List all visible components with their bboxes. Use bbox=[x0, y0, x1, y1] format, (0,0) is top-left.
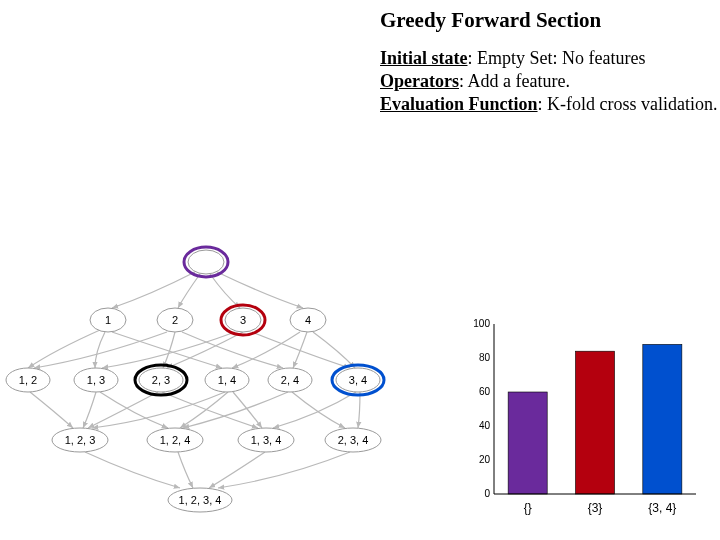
svg-text:2: 2 bbox=[172, 314, 178, 326]
lattice-node-4: 4 bbox=[290, 308, 326, 332]
svg-text:2, 3: 2, 3 bbox=[152, 374, 170, 386]
desc-eval-value: : K-fold cross validation. bbox=[538, 94, 718, 114]
lattice-node-12: 1, 2 bbox=[6, 368, 50, 392]
page-title: Greedy Forward Section bbox=[380, 8, 720, 33]
svg-text:100: 100 bbox=[473, 318, 490, 329]
lattice-node-3: 3 bbox=[221, 305, 265, 335]
desc-initial-label: Initial state bbox=[380, 48, 468, 68]
score-bar-chart: 020406080100{}{3}{3, 4} bbox=[462, 318, 702, 518]
svg-text:1, 3, 4: 1, 3, 4 bbox=[251, 434, 282, 446]
svg-text:{3}: {3} bbox=[588, 501, 603, 515]
svg-text:1, 3: 1, 3 bbox=[87, 374, 105, 386]
lattice-node-24: 2, 4 bbox=[268, 368, 312, 392]
svg-text:1, 4: 1, 4 bbox=[218, 374, 236, 386]
desc-operators-value: : Add a feature. bbox=[459, 71, 570, 91]
svg-text:4: 4 bbox=[305, 314, 311, 326]
desc-eval-label: Evaluation Function bbox=[380, 94, 538, 114]
lattice-node-34: 3, 4 bbox=[332, 365, 384, 395]
svg-text:0: 0 bbox=[484, 488, 490, 499]
svg-text:20: 20 bbox=[479, 454, 491, 465]
svg-text:60: 60 bbox=[479, 386, 491, 397]
lattice-node-1234: 1, 2, 3, 4 bbox=[168, 488, 232, 512]
svg-point-0 bbox=[188, 250, 224, 274]
lattice-node-root bbox=[184, 247, 228, 277]
svg-rect-41 bbox=[508, 392, 547, 494]
lattice-node-1: 1 bbox=[90, 308, 126, 332]
svg-text:1, 2: 1, 2 bbox=[19, 374, 37, 386]
svg-text:1, 2, 3: 1, 2, 3 bbox=[65, 434, 96, 446]
lattice-diagram: 1 2 3 4 1, 2 1, 3 2, 3 1, 4 2, 4 3, 4 1,… bbox=[0, 240, 420, 520]
lattice-node-13: 1, 3 bbox=[74, 368, 118, 392]
lattice-node-23: 2, 3 bbox=[135, 365, 187, 395]
svg-text:3: 3 bbox=[240, 314, 246, 326]
svg-text:{3, 4}: {3, 4} bbox=[648, 501, 676, 515]
svg-text:2, 4: 2, 4 bbox=[281, 374, 299, 386]
svg-text:1: 1 bbox=[105, 314, 111, 326]
desc-initial-value: : Empty Set: No features bbox=[468, 48, 646, 68]
svg-rect-43 bbox=[575, 351, 614, 494]
desc-operators-label: Operators bbox=[380, 71, 459, 91]
description-block: Initial state: Empty Set: No features Op… bbox=[380, 47, 720, 116]
svg-text:40: 40 bbox=[479, 420, 491, 431]
svg-text:3, 4: 3, 4 bbox=[349, 374, 367, 386]
lattice-node-134: 1, 3, 4 bbox=[238, 428, 294, 452]
svg-text:1, 2, 4: 1, 2, 4 bbox=[160, 434, 191, 446]
lattice-node-2: 2 bbox=[157, 308, 193, 332]
svg-text:{}: {} bbox=[524, 501, 532, 515]
svg-text:80: 80 bbox=[479, 352, 491, 363]
svg-rect-45 bbox=[643, 344, 682, 494]
svg-text:1, 2, 3, 4: 1, 2, 3, 4 bbox=[179, 494, 222, 506]
lattice-node-234: 2, 3, 4 bbox=[325, 428, 381, 452]
lattice-node-123: 1, 2, 3 bbox=[52, 428, 108, 452]
lattice-node-14: 1, 4 bbox=[205, 368, 249, 392]
svg-text:2, 3, 4: 2, 3, 4 bbox=[338, 434, 369, 446]
lattice-node-124: 1, 2, 4 bbox=[147, 428, 203, 452]
